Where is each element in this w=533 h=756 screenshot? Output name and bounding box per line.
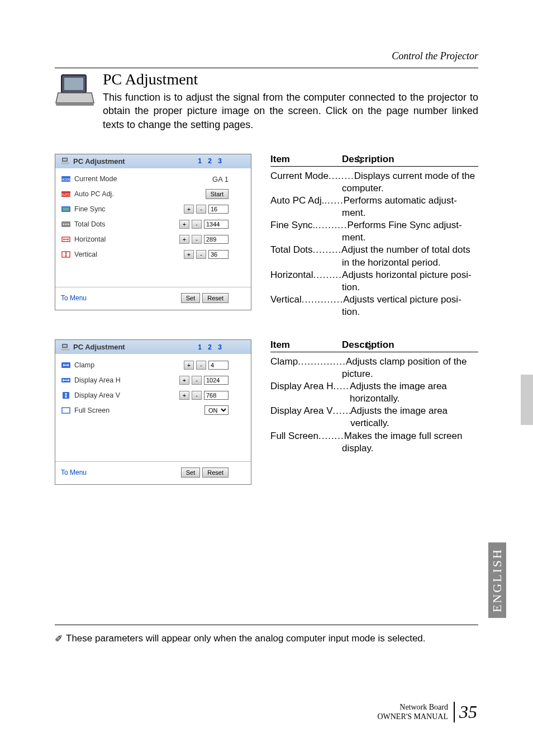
- svg-rect-20: [63, 344, 67, 347]
- svg-point-14: [63, 224, 64, 225]
- footer-line1: Network Board: [377, 703, 448, 712]
- description-row: Display Area H ......Adjusts the image a…: [270, 380, 478, 405]
- description-row: Vertical .............Adjusts vertical p…: [270, 294, 478, 306]
- description-term: Clamp: [270, 356, 298, 368]
- vertical-minus-button[interactable]: -: [196, 250, 206, 259]
- total-dots-minus-button[interactable]: -: [192, 220, 202, 229]
- reset-button-2[interactable]: Reset: [202, 467, 229, 478]
- panel2-pager[interactable]: 1 2 3: [198, 343, 224, 351]
- darea-h-minus-button[interactable]: -: [192, 376, 202, 385]
- total-dots-plus-button[interactable]: +: [179, 220, 189, 229]
- fine-sync-icon: [61, 205, 71, 213]
- horizontal-value[interactable]: [204, 235, 229, 244]
- vertical-icon: [61, 251, 71, 258]
- full-screen-icon: [61, 407, 71, 414]
- description-dots: ........: [318, 430, 344, 442]
- display-area-h-icon: [61, 376, 71, 384]
- description-dots: ...............: [298, 356, 346, 368]
- description-row: Current Mode ........Displays current mo…: [270, 170, 478, 182]
- svg-rect-12: [63, 207, 69, 211]
- svg-rect-25: [62, 408, 70, 413]
- description-row: Horizontal .........Adjusts horizontal p…: [270, 269, 478, 281]
- panel2-title: PC Adjustment: [73, 343, 125, 351]
- description-continuation: computer.: [270, 182, 478, 195]
- set-button-1[interactable]: Set: [181, 293, 201, 303]
- to-menu-link-2[interactable]: To Menu: [61, 469, 87, 476]
- description-continuation: tion.: [270, 306, 478, 318]
- full-screen-select[interactable]: ON: [204, 405, 229, 415]
- auto-icon: AUTO: [61, 190, 71, 198]
- horizontal-icon: [61, 235, 71, 243]
- description-dots: ..........: [315, 219, 347, 231]
- description-definition: Adjusts clamp position of the: [346, 356, 467, 368]
- fine-sync-plus-button[interactable]: +: [184, 205, 194, 214]
- svg-marker-21: [61, 348, 70, 351]
- description-row: Auto PC Adj. ......Performs automatic ad…: [270, 195, 478, 207]
- footer-line2: OWNER'S MANUAL: [377, 712, 448, 722]
- darea-h-plus-button[interactable]: +: [179, 376, 189, 385]
- description-term: Horizontal: [270, 269, 313, 281]
- svg-point-15: [65, 224, 66, 225]
- vertical-plus-button[interactable]: +: [184, 250, 194, 259]
- description-row: Full Screen ........Makes the image full…: [270, 430, 478, 442]
- mode-icon: MODE: [61, 175, 71, 183]
- description-table-2: Item Description Clamp ...............Ad…: [270, 339, 478, 485]
- reset-button-1[interactable]: Reset: [202, 293, 229, 303]
- description-definition: Displays current mode of the: [354, 170, 475, 182]
- svg-marker-6: [61, 162, 70, 164]
- horizontal-plus-button[interactable]: +: [179, 235, 189, 244]
- laptop-icon: [55, 73, 95, 107]
- auto-pc-start-button[interactable]: Start: [206, 189, 229, 199]
- description-continuation: display.: [270, 442, 478, 455]
- darea-v-value[interactable]: [204, 391, 229, 400]
- note-icon: ✐: [55, 633, 63, 645]
- description-continuation: tion.: [270, 281, 478, 294]
- description-term: Auto PC Adj.: [270, 195, 324, 207]
- description-term: Display Area H: [270, 380, 333, 393]
- darea-h-value[interactable]: [204, 376, 229, 385]
- pointer-cursor-icon: [363, 340, 375, 352]
- vertical-label: Vertical: [74, 251, 153, 258]
- description-row: Fine Sync. ..........Performs Fine Sync …: [270, 219, 478, 231]
- desc1-head-item: Item: [270, 154, 342, 165]
- description-dots: .........: [313, 244, 342, 256]
- description-definition: Adjusts the image area vertically.: [350, 405, 478, 429]
- svg-rect-3: [56, 103, 94, 106]
- display-area-v-icon: [61, 391, 71, 399]
- clamp-label: Clamp: [74, 361, 153, 369]
- description-definition: Performs Fine Sync adjust-: [348, 219, 462, 231]
- set-button-2[interactable]: Set: [181, 467, 201, 478]
- clamp-minus-button[interactable]: -: [196, 361, 206, 370]
- laptop-small-icon: [61, 157, 70, 165]
- description-term: Fine Sync.: [270, 219, 315, 231]
- description-definition: Adjusts vertical picture posi-: [343, 294, 461, 306]
- darea-v-minus-button[interactable]: -: [192, 391, 202, 400]
- svg-text:AUTO: AUTO: [61, 193, 71, 196]
- total-dots-value[interactable]: [204, 220, 229, 229]
- description-term: Full Screen: [270, 430, 318, 442]
- fine-sync-minus-button[interactable]: -: [196, 205, 206, 214]
- darea-v-plus-button[interactable]: +: [179, 391, 189, 400]
- vertical-value[interactable]: [208, 250, 229, 259]
- fine-sync-value[interactable]: [208, 205, 229, 214]
- description-continuation: in the horizontal period.: [270, 257, 478, 269]
- current-mode-value: GA 1: [212, 175, 229, 183]
- description-definition: Performs automatic adjust-: [344, 195, 457, 207]
- clamp-value[interactable]: [208, 361, 229, 370]
- page-number: 35: [454, 702, 477, 722]
- desc1-head-desc: Description: [342, 154, 394, 165]
- clamp-plus-button[interactable]: +: [184, 361, 194, 370]
- current-mode-label: Current Mode: [74, 175, 153, 183]
- description-term: Display Area V: [270, 405, 333, 417]
- panel1-pager[interactable]: 1 2 3: [198, 157, 224, 165]
- description-definition: Adjusts the image area horizontally.: [350, 380, 478, 405]
- svg-rect-5: [63, 159, 67, 161]
- description-definition: Adjusts horizontal picture posi-: [342, 269, 472, 281]
- description-dots: .........: [313, 269, 342, 281]
- pc-adjustment-panel-1: PC Adjustment 1 2 3 MODE Current Mode GA…: [55, 154, 251, 310]
- horizontal-label: Horizontal: [74, 235, 153, 243]
- horizontal-minus-button[interactable]: -: [192, 235, 202, 244]
- svg-rect-1: [64, 78, 83, 90]
- to-menu-link-1[interactable]: To Menu: [61, 294, 87, 302]
- total-dots-icon: [61, 220, 71, 228]
